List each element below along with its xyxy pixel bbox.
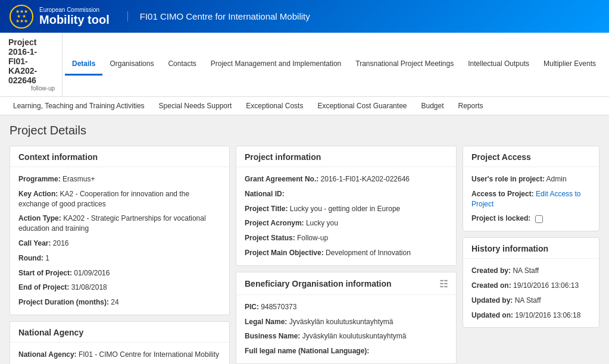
beneficiary-card-header: Beneficiary Organisation information ☷ [236,272,456,295]
action-type-label: Action Type: [18,214,61,222]
right-column: Project Access User's role in project: A… [463,146,599,364]
project-status-label: Project Status: [245,234,295,242]
call-year-label: Call Year: [18,239,51,247]
locked-checkbox[interactable] [535,215,543,223]
grant-row: Grant Agreement No.: 2016-1-FI01-KA202-0… [245,174,448,184]
main-nav-tabs: Details Organisations Contacts Project M… [65,54,603,76]
national-id-label: National ID: [245,190,285,198]
key-action-label: Key Action: [18,190,58,198]
key-action-row: Key Action: KA2 - Cooperation for innova… [18,189,221,209]
history-card-header: History information [463,238,599,259]
start-label: Start of Project: [18,269,72,277]
end-row: End of Project: 31/08/2018 [18,283,221,293]
tab-contacts[interactable]: Contacts [161,54,203,76]
duration-value: 24 [111,298,118,306]
project-access-card-header: Project Access [463,146,599,167]
project-info-card-header: Project information [236,146,456,167]
created-on-row: Created on: 19/10/2016 13:06:13 [471,281,591,291]
agency-value: FI01 - CIMO Centre for International Mob… [79,350,219,359]
acronym-row: Project Acronym: Lucky you [245,218,448,228]
context-card-header: Context information [10,146,229,167]
objective-label: Project Main Objective: [245,249,324,257]
eu-logo: ★★★★ ★★★★ [10,5,33,29]
pic-value: 948570373 [261,303,296,311]
updated-on-value: 19/10/2016 13:06:18 [515,311,580,319]
created-by-label: Created by: [471,266,511,275]
access-label: Access to Project: [471,190,534,198]
duration-row: Project Duration (months): 24 [18,297,221,307]
project-access-card-body: User's role in project: Admin Access to … [463,167,599,231]
legal-name-value: Jyväskylän koulutuskuntayhtymä [289,318,393,326]
main-content: Project Details Context information Prog… [0,115,609,364]
pic-label: PIC: [245,303,259,311]
legal-name-label: Legal Name: [245,318,287,326]
role-label: User's role in project: [471,175,545,183]
tab-budget[interactable]: Budget [414,97,451,115]
role-row: User's role in project: Admin [471,174,591,184]
end-label: End of Project: [18,283,69,291]
start-row: Start of Project: 01/09/2016 [18,268,221,278]
full-legal-row: Full legal name (National Language): [245,346,448,356]
programme-row: Programme: Erasmus+ [18,174,221,184]
header-brand: European Commission Mobility tool [39,7,110,26]
grant-value: 2016-1-FI01-KA202-022646 [321,175,410,183]
agency-row: National Agency: FI01 - CIMO Centre for … [18,350,221,360]
acronym-label: Project Acronym: [245,219,304,227]
project-title-row: Project Title: Lucky you - getting older… [245,204,448,214]
content-grid: Context information Programme: Erasmus+ … [10,146,599,364]
acronym-value: Lucky you [306,219,338,227]
end-value: 31/08/2018 [71,283,107,291]
tab-transnational[interactable]: Transnational Project Meetings [348,54,461,76]
created-on-value: 19/10/2016 13:06:13 [513,281,579,290]
round-row: Round: 1 [18,253,221,263]
document-icon: ☷ [439,278,448,290]
programme-label: Programme: [18,175,61,183]
tab-organisations[interactable]: Organisations [102,54,161,76]
national-id-row: National ID: [245,189,448,199]
pic-row: PIC: 948570373 [245,302,448,312]
header-project-title: FI01 CIMO Centre for International Mobil… [127,11,310,21]
beneficiary-card-body: PIC: 948570373 Legal Name: Jyväskylän ko… [236,295,456,363]
tab-exceptional-costs[interactable]: Exceptional Costs [239,97,310,115]
page-title: Project Details [10,124,599,137]
call-year-row: Call Year: 2016 [18,239,221,249]
project-info-card: Project information Grant Agreement No.:… [236,146,457,266]
business-name-value: Jyväskylän koulutuskuntayhtymä [302,332,407,340]
beneficiary-card: Beneficiary Organisation information ☷ P… [236,272,457,364]
locked-label: Project is locked: [471,214,530,222]
tab-details[interactable]: Details [65,54,102,76]
updated-by-label: Updated by: [471,296,513,305]
updated-on-label: Updated on: [471,311,513,319]
agency-label: National Agency: [18,350,77,359]
duration-label: Project Duration (months): [18,298,109,306]
project-status-value: Follow-up [297,234,328,242]
eu-stars-icon: ★★★★ ★★★★ [15,10,28,24]
tab-exceptional-cost-guarantee[interactable]: Exceptional Cost Guarantee [310,97,414,115]
secondary-nav: Learning, Teaching and Training Activiti… [0,97,609,115]
project-title-value: Lucky you - getting older in Europe [290,205,400,213]
header: ★★★★ ★★★★ European Commission Mobility t… [0,0,609,33]
programme-value: Erasmus+ [63,175,95,183]
objective-row: Project Main Objective: Development of I… [245,248,448,258]
tab-reports[interactable]: Reports [451,97,491,115]
created-by-row: Created by: NA Staff [471,266,591,276]
tab-multiplier[interactable]: Multiplier Events [536,54,603,76]
role-value: Admin [546,175,567,183]
history-card: History information Created by: NA Staff… [463,237,599,328]
call-year-value: 2016 [53,239,69,247]
objective-value: Development of Innovation [326,249,411,257]
context-card: Context information Programme: Erasmus+ … [10,146,230,315]
tab-learning[interactable]: Learning, Teaching and Training Activiti… [6,97,152,115]
tab-project-management[interactable]: Project Management and Implementation [204,54,348,76]
locked-row: Project is locked: [471,214,591,224]
mobility-text: Mobility tool [39,13,110,26]
grant-label: Grant Agreement No.: [245,175,318,183]
national-agency-card-body: National Agency: FI01 - CIMO Centre for … [10,343,229,364]
project-nav: Project 2016-1-FI01-KA202-022646 follow-… [0,33,609,97]
tab-special-needs[interactable]: Special Needs Support [152,97,239,115]
access-row: Access to Project: Edit Access to Projec… [471,189,591,209]
tab-intellectual[interactable]: Intellectual Outputs [461,54,536,76]
project-id: Project 2016-1-FI01-KA202-022646 [8,37,55,85]
history-card-body: Created by: NA Staff Created on: 19/10/2… [463,259,599,327]
updated-by-value: NA Staff [515,296,541,305]
